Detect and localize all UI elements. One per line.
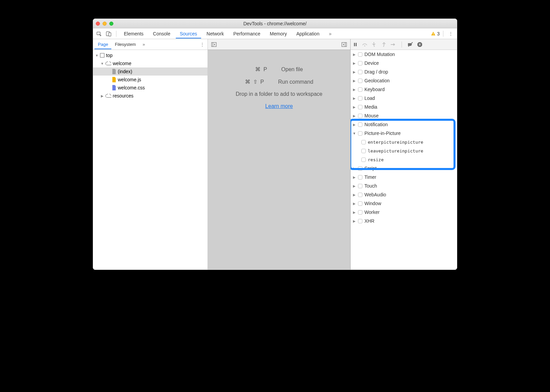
checkbox[interactable]	[358, 61, 362, 65]
tab-application[interactable]: Application	[292, 29, 324, 38]
device-toolbar-icon[interactable]	[105, 30, 113, 38]
disclosure-triangle-icon[interactable]	[353, 70, 356, 74]
breakpoint-category[interactable]: XHR	[351, 217, 457, 225]
disclosure-triangle-icon[interactable]	[353, 53, 356, 56]
tab-network[interactable]: Network	[202, 29, 228, 38]
deactivate-breakpoints-icon[interactable]	[407, 41, 413, 48]
breakpoint-category[interactable]: DOM Mutation	[351, 50, 457, 59]
tree-origin-resources[interactable]: resources	[93, 92, 208, 100]
breakpoint-event-label: enterpictureinpicture	[368, 140, 423, 145]
inspect-element-icon[interactable]	[95, 30, 103, 38]
tab-memory[interactable]: Memory	[266, 29, 291, 38]
disclosure-triangle-icon[interactable]	[353, 61, 356, 65]
tab-sources[interactable]: Sources	[176, 29, 201, 38]
pause-icon[interactable]	[352, 41, 358, 48]
checkbox[interactable]	[358, 114, 362, 118]
disclosure-triangle-icon[interactable]	[353, 96, 356, 100]
tab-performance[interactable]: Performance	[229, 29, 264, 38]
debugger-toolbar	[351, 39, 457, 50]
disclosure-triangle-icon[interactable]	[353, 79, 356, 83]
show-debugger-icon[interactable]	[340, 40, 348, 49]
disclosure-triangle-icon[interactable]	[353, 167, 356, 170]
tab-console[interactable]: Console	[149, 29, 174, 38]
tree-file-index[interactable]: (index)	[93, 67, 208, 76]
checkbox[interactable]	[358, 96, 362, 101]
breakpoint-category[interactable]: Media	[351, 103, 457, 111]
checkbox[interactable]	[358, 52, 362, 57]
disclosure-triangle-icon[interactable]	[353, 105, 356, 109]
step-over-icon[interactable]	[362, 41, 368, 48]
checkbox[interactable]	[358, 122, 362, 127]
checkbox[interactable]	[361, 158, 366, 162]
disclosure-triangle-icon[interactable]	[101, 62, 104, 65]
breakpoint-category[interactable]: Load	[351, 94, 457, 103]
breakpoint-category[interactable]: Device	[351, 59, 457, 67]
tabs-overflow[interactable]: »	[325, 29, 336, 38]
disclosure-triangle-icon[interactable]	[353, 202, 356, 205]
warning-badge[interactable]: 3	[431, 31, 440, 36]
checkbox[interactable]	[358, 87, 362, 92]
checkbox[interactable]	[358, 166, 362, 171]
disclosure-triangle-icon[interactable]	[353, 123, 356, 127]
breakpoint-category[interactable]: Timer	[351, 173, 457, 181]
checkbox[interactable]	[358, 79, 362, 83]
disclosure-triangle-icon[interactable]	[101, 94, 104, 98]
disclosure-triangle-icon[interactable]	[353, 114, 356, 118]
breakpoint-category[interactable]: Touch	[351, 181, 457, 190]
breakpoint-category[interactable]: Keyboard	[351, 85, 457, 94]
pause-on-exceptions-icon[interactable]	[417, 41, 423, 48]
breakpoint-category[interactable]: Picture-in-Picture	[351, 129, 457, 138]
disclosure-triangle-icon[interactable]	[353, 88, 356, 91]
disclosure-triangle-icon[interactable]	[353, 184, 356, 188]
breakpoint-category[interactable]: Mouse	[351, 111, 457, 120]
breakpoint-label: Script	[364, 166, 377, 171]
step-into-icon[interactable]	[371, 41, 377, 48]
checkbox[interactable]	[361, 149, 366, 153]
navigator-tabs-overflow[interactable]: »	[139, 39, 148, 49]
checkbox[interactable]	[358, 175, 362, 179]
breakpoint-category[interactable]: WebAudio	[351, 190, 457, 199]
devtools-menu-icon[interactable]: ⋮	[447, 31, 455, 36]
navigator-tab-page[interactable]: Page	[94, 39, 111, 49]
breakpoint-category[interactable]: Geolocation	[351, 76, 457, 85]
learn-more-link[interactable]: Learn more	[265, 103, 293, 109]
breakpoint-category[interactable]: Worker	[351, 208, 457, 217]
tab-elements[interactable]: Elements	[120, 29, 147, 38]
breakpoint-category[interactable]: Drag / drop	[351, 67, 457, 76]
checkbox[interactable]	[358, 105, 362, 109]
window-close-button[interactable]	[96, 22, 100, 26]
step-out-icon[interactable]	[381, 41, 387, 48]
window-maximize-button[interactable]	[109, 22, 113, 26]
tree-origin-welcome[interactable]: welcome	[93, 59, 208, 67]
disclosure-triangle-icon[interactable]	[353, 132, 356, 135]
navigator-menu-icon[interactable]: ⋮	[198, 42, 206, 47]
checkbox[interactable]	[358, 193, 362, 197]
tree-file-welcome-css[interactable]: welcome.css	[93, 84, 208, 92]
breakpoint-category[interactable]: Script	[351, 164, 457, 173]
disclosure-triangle-icon[interactable]	[353, 211, 356, 214]
checkbox[interactable]	[358, 210, 362, 215]
event-listener-breakpoints: DOM MutationDeviceDrag / dropGeolocation…	[351, 50, 457, 270]
checkbox[interactable]	[358, 201, 362, 206]
checkbox[interactable]	[358, 131, 362, 136]
breakpoint-category[interactable]: Notification	[351, 120, 457, 129]
disclosure-triangle-icon[interactable]	[353, 175, 356, 179]
checkbox[interactable]	[358, 184, 362, 188]
disclosure-triangle-icon[interactable]	[353, 219, 356, 223]
checkbox[interactable]	[358, 70, 362, 74]
navigator-tab-filesystem[interactable]: Filesystem	[111, 39, 139, 49]
show-navigator-icon[interactable]	[210, 40, 218, 49]
breakpoint-event[interactable]: resize	[351, 155, 457, 164]
step-icon[interactable]	[390, 41, 396, 48]
window-minimize-button[interactable]	[103, 22, 107, 26]
breakpoint-event[interactable]: leavepictureinpicture	[351, 146, 457, 155]
disclosure-triangle-icon[interactable]	[353, 193, 356, 197]
tree-file-welcome-js[interactable]: welcome.js	[93, 76, 208, 84]
disclosure-triangle-icon[interactable]	[95, 54, 99, 57]
checkbox[interactable]	[361, 140, 366, 144]
breakpoint-label: Notification	[364, 122, 388, 127]
tree-top-frame[interactable]: top	[93, 51, 208, 59]
checkbox[interactable]	[358, 219, 362, 223]
breakpoint-event[interactable]: enterpictureinpicture	[351, 138, 457, 146]
breakpoint-category[interactable]: Window	[351, 199, 457, 208]
